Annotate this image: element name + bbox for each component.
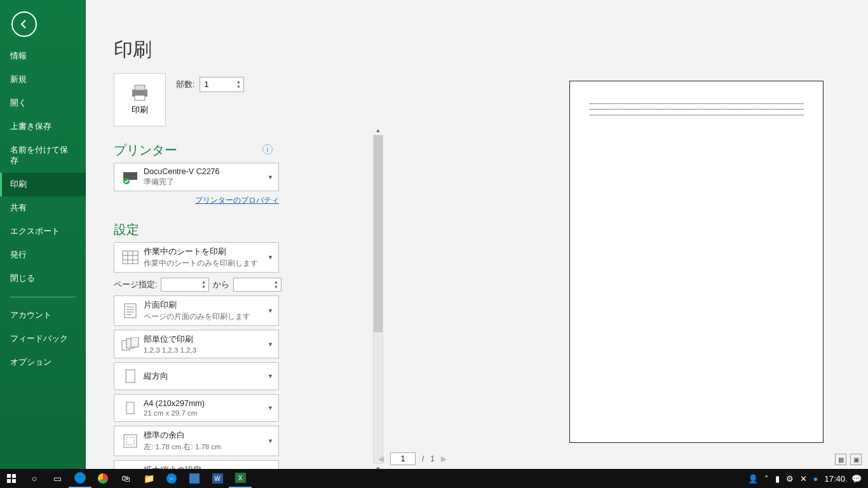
paper-icon [119,398,141,417]
sidebar-item-feedback[interactable]: フィードバック [0,327,86,351]
orientation-dropdown[interactable]: 縦方向 ▼ [114,362,279,390]
chevron-down-icon: ▼ [268,174,273,180]
print-what-dropdown[interactable]: 作業中のシートを印刷作業中のシートのみを印刷します ▼ [114,242,279,273]
total-pages: 1 [430,454,435,463]
teamviewer-taskbar-icon[interactable]: ↔ [160,469,183,488]
print-preview [569,81,824,443]
page-title: 印刷 [114,37,868,63]
sidebar-item-new[interactable]: 新規 [0,68,86,92]
chevron-down-icon: ▼ [268,341,273,348]
sidebar-item-open[interactable]: 開く [0,92,86,115]
word-taskbar-icon[interactable]: W [206,469,229,488]
printer-dropdown[interactable]: DocuCentre-V C2276 準備完了 ▼ [114,163,279,191]
cortana-button[interactable]: ○ [23,469,46,488]
printer-status-icon [119,168,141,187]
sidebar-item-print[interactable]: 印刷 [0,173,86,196]
chevron-down-icon: ▼ [268,308,273,314]
back-button[interactable] [11,11,37,37]
spinner-down-icon[interactable]: ▼ [234,85,242,90]
sidebar-item-save[interactable]: 上書き保存 [0,115,86,139]
page-range-label: ページ指定: [114,280,157,290]
margins-dropdown[interactable]: 標準の余白左: 1.78 cm 右: 1.78 cm ▼ [114,426,279,456]
svg-rect-16 [126,402,134,414]
sides-dropdown[interactable]: 片面印刷ページの片面のみを印刷します ▼ [114,295,279,326]
scroll-thumb[interactable] [374,135,383,332]
copies-input[interactable] [200,80,232,89]
current-page-input[interactable] [390,452,416,465]
chevron-down-icon: ▼ [268,438,273,444]
paper-size-dropdown[interactable]: A4 (210x297mm)21 cm x 29.7 cm ▼ [114,394,279,422]
sidebar-divider [10,297,76,297]
sidebar-item-publish[interactable]: 発行 [0,243,86,267]
copies-spinner[interactable]: ▲▼ [200,77,244,92]
page-to-spinner[interactable]: ▲▼ [233,278,281,292]
page-range-sep: から [213,280,229,290]
svg-rect-17 [124,435,137,447]
printer-name: DocuCentre-V C2276 [144,167,220,176]
excel-taskbar-icon[interactable]: X [229,469,252,488]
svg-point-7 [144,91,146,93]
printer-status: 準備完了 [144,177,220,187]
clock[interactable]: 17:40 [824,474,845,484]
preview-content [589,103,804,120]
windows-taskbar: ○ ▭ 🛍 📁 ↔ W X 👤 ˄ ▮ ⚙ ✕ ● 17:40 💬 [0,469,868,488]
start-button[interactable] [0,469,23,488]
print-button[interactable]: 印刷 [114,73,166,126]
page-from-input[interactable] [161,280,193,289]
sidebar-item-info[interactable]: 情報 [0,44,86,68]
show-margins-button[interactable]: ▦ [835,454,846,465]
page-range-row: ページ指定: ▲▼ から ▲▼ [114,278,381,292]
page-icon [119,301,141,320]
svg-rect-5 [135,85,145,90]
svg-rect-15 [126,370,135,383]
chevron-down-icon: ▼ [268,405,273,411]
sidebar-item-saveas[interactable]: 名前を付けて保存 [0,139,86,173]
copies-label: 部数: [176,79,194,90]
action-center-icon[interactable]: 💬 [851,474,862,484]
battery-tray-icon[interactable]: ▮ [775,474,780,484]
print-button-label: 印刷 [132,105,148,116]
backstage-sidebar: 情報 新規 開く 上書き保存 名前を付けて保存 印刷 共有 エクスポート 発行 … [0,0,86,469]
info-icon[interactable]: i [262,144,273,154]
printer-icon [130,85,149,101]
page-from-spinner[interactable]: ▲▼ [161,278,209,292]
sidebar-item-export[interactable]: エクスポート [0,220,86,243]
chevron-down-icon: ▼ [268,254,273,261]
network-tray-icon[interactable]: ✕ [800,474,807,484]
collate-dropdown[interactable]: 部単位で印刷1,2,3 1,2,3 1,2,3 ▼ [114,330,279,358]
scroll-up-icon[interactable]: ▲ [374,126,383,135]
next-page-icon[interactable]: ▶ [441,454,447,463]
wifi-tray-icon[interactable]: ⚙ [786,474,794,484]
svg-rect-21 [7,479,11,483]
tray-chevron-icon[interactable]: ˄ [764,474,769,484]
task-view-button[interactable]: ▭ [46,469,69,488]
svg-rect-10 [123,251,138,264]
printer-properties-link[interactable]: プリンターのプロパティ [114,195,279,206]
chevron-down-icon: ▼ [268,373,273,379]
chrome-taskbar-icon[interactable] [92,469,114,488]
page-to-input[interactable] [234,280,266,289]
spinner-up-icon[interactable]: ▲ [234,79,242,85]
sidebar-item-account[interactable]: アカウント [0,304,86,327]
print-backstage: 印刷 印刷 部数: ▲▼ プリンター i [86,0,868,469]
settings-heading: 設定 [114,221,381,238]
prev-page-icon[interactable]: ◀ [378,454,384,463]
settings-scrollbar[interactable]: ▲ ▼ [373,135,383,464]
sidebar-item-options[interactable]: オプション [0,351,86,374]
sidebar-item-close[interactable]: 閉じる [0,267,86,290]
svg-rect-19 [7,474,11,478]
zoom-to-page-button[interactable]: ▣ [850,454,862,465]
svg-rect-22 [12,479,16,483]
margins-icon [119,431,141,451]
sheets-icon [119,248,141,267]
svg-rect-6 [135,95,145,100]
app-taskbar-icon[interactable] [183,469,206,488]
onedrive-tray-icon[interactable]: ● [813,474,818,484]
explorer-taskbar-icon[interactable]: 📁 [137,469,160,488]
sidebar-item-share[interactable]: 共有 [0,196,86,220]
svg-rect-11 [125,304,136,318]
collate-icon [119,335,141,354]
edge-taskbar-icon[interactable] [69,469,92,488]
people-tray-icon[interactable]: 👤 [748,474,758,484]
store-taskbar-icon[interactable]: 🛍 [114,469,137,488]
